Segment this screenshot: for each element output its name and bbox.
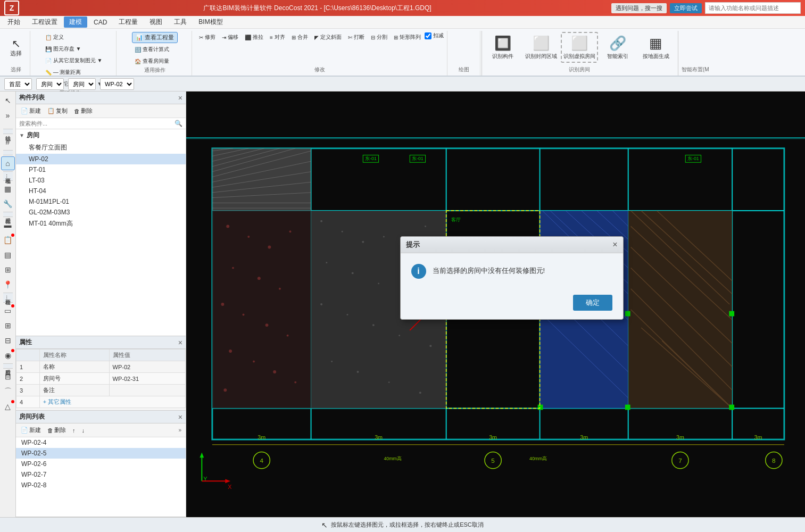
menu-view[interactable]: 视图 [144,16,168,28]
generate-floor-button[interactable]: ▦ 按地面生成 [637,32,675,63]
table-row: 2 房间号 WP-02-31 [16,373,186,385]
nav-door-icon[interactable]: ⊟ [1,370,15,384]
save-element-button[interactable]: 💾 图元存盘 ▼ [43,44,84,54]
more-options-btn[interactable]: » [177,427,182,434]
help-button[interactable]: 遇到问题，搜一搜 [611,3,667,13]
new-component-button[interactable]: 📄 新建 [19,106,43,115]
nav-floor-icon[interactable]: ▦ [1,182,15,196]
nav-axis-icon[interactable]: # [1,135,15,149]
smart-index-icon: 🔗 [609,35,626,52]
component-panel-close[interactable]: × [178,94,182,102]
room-item-1[interactable]: WP-02-4 [16,437,186,448]
nav-more-btn[interactable]: » [1,109,15,122]
check-room-qty-button[interactable]: 🏠 查看房间量 [132,56,172,66]
nav-arc-icon[interactable]: ⌒ [1,385,15,398]
code-select[interactable]: WP-02 [100,78,134,90]
deduct-input[interactable] [425,32,431,39]
menu-bim[interactable]: BIM模型 [193,16,228,28]
properties-close[interactable]: × [178,338,182,347]
trim-button[interactable]: ✂ 修剪 [196,32,218,43]
new-room-button[interactable]: 📄 新建 [19,426,43,435]
measure-distance-button[interactable]: 📏 — 测量距离 [43,67,84,78]
array-button[interactable]: ⊞ 矩形阵列 [391,32,424,43]
menu-start[interactable]: 开始 [2,16,26,28]
move-up-button[interactable]: ↑ [71,427,77,434]
select-button[interactable]: ↖ 选择 [5,32,27,64]
define-button[interactable]: 📋 定义 [43,32,67,43]
nav-ceiling-label[interactable]: 天棚工程 [3,212,13,217]
room-item-3[interactable]: WP-02-6 [16,459,186,469]
tree-item-ht04[interactable]: HT-04 [16,186,186,196]
tree-item-mt01[interactable]: MT-01 40mm高 [16,218,186,230]
nav-axis-label[interactable]: 轴线 [3,129,13,134]
split-button[interactable]: ⊟ 分割 [368,32,390,43]
move-down-button[interactable]: ↓ [80,427,87,434]
push-pull-button[interactable]: ⬛ 推拉 [242,32,266,43]
define-slope-button[interactable]: ◤ 定义斜面 [312,32,344,43]
nav-room-icon[interactable]: ⌂ [1,156,15,170]
break-button[interactable]: ✄ 打断 [345,32,367,43]
nav-location-icon[interactable]: 📍 [1,278,15,292]
deduct-checkbox[interactable]: 扣减 [425,32,444,39]
nav-floor-label[interactable]: 楼地面... [3,171,13,181]
cad-canvas-area[interactable]: 3m 3m 3m 3m 3m 3m 4 5 7 8 [186,92,805,517]
level-select[interactable]: 首层 [4,78,32,90]
dialog-close-button[interactable]: × [612,240,617,250]
component-search-input[interactable] [19,120,175,127]
copy-from-layer-button[interactable]: 📄 从其它层复制图元 ▼ [43,55,105,66]
tree-item-wp02[interactable]: WP-02 [16,154,186,164]
svg-point-30 [425,226,426,227]
dialog-ok-button[interactable]: 确定 [573,295,612,311]
copy-component-btn[interactable]: 📋 复制 [46,106,69,115]
check-formula-button[interactable]: 🔢 查看计算式 [132,44,172,55]
prop-value-1[interactable]: WP-02 [109,361,185,373]
nav-grid2-icon[interactable]: ⊟ [1,334,15,347]
identify-closed-button[interactable]: ⬜ 识别封闭区域 [522,32,560,63]
merge-button[interactable]: ⊞ 合并 [289,32,311,43]
align-button[interactable]: ≡ 对齐 [267,32,288,43]
tree-item-gl02[interactable]: GL-02M-03M3 [16,207,186,218]
tree-category-room[interactable]: ▼ 房间 [16,129,186,142]
tree-item-pt01[interactable]: PT-01 [16,164,186,175]
room-item-5[interactable]: WP-02-8 [16,480,186,491]
nav-dot-icon[interactable]: ◉ [1,348,15,362]
menu-quantities[interactable]: 工程量 [113,16,143,28]
menu-modeling[interactable]: 建模 [64,16,87,28]
nav-wall-label[interactable]: 墙柱面... [3,293,13,302]
type-select1[interactable]: 房间 [36,78,64,90]
menu-tools[interactable]: 工具 [169,16,192,28]
smart-index-button[interactable]: 🔗 智能索引 [599,32,636,63]
prop-value-3[interactable] [109,385,185,396]
offset-button[interactable]: ⇥ 偏移 [219,32,241,43]
delete-component-btn[interactable]: 🗑 删除 [72,106,94,115]
nav-tool4[interactable]: ⊞ [1,263,15,277]
nav-room-label[interactable]: 房间 [3,150,13,155]
prop-value-2[interactable]: WP-02-31 [109,373,185,385]
other-attributes-link[interactable]: + 其它属性 [39,396,185,408]
identify-component-button[interactable]: 🔲 识别构件 [484,32,521,63]
nav-ceiling-icon[interactable]: ▬ [1,218,15,232]
tree-item-lt03[interactable]: LT-03 [16,175,186,186]
room-item-4[interactable]: WP-02-7 [16,469,186,480]
room-item-2[interactable]: WP-02-5 [16,448,186,459]
tree-item-m01[interactable]: M-01M1PL-01 [16,196,186,207]
menu-project-settings[interactable]: 工程设置 [27,16,63,28]
nav-wall-icon[interactable]: ▭ [1,304,15,318]
identify-virtual-button[interactable]: ⬜ 识别虚拟房间 [561,32,598,63]
check-quantities-button[interactable]: 📊 查看工程量 [132,32,178,43]
svg-point-28 [383,236,385,237]
menu-cad[interactable]: CAD [88,18,112,27]
nav-angle-icon[interactable]: △ [1,400,15,413]
function-search-input[interactable] [705,2,801,14]
nav-tool2[interactable]: 📋 [1,233,15,247]
tree-item-dining[interactable]: 客餐厅立面图 [16,142,186,154]
nav-grid-icon[interactable]: ⊞ [1,319,15,332]
nav-select-btn[interactable]: ↖ [1,94,15,107]
nav-tool1[interactable]: 🔧 [1,197,15,211]
nav-tool3[interactable]: ▤ [1,248,15,262]
type-select2[interactable]: 房间 [68,78,96,90]
delete-room-button[interactable]: 🗑 删除 [46,426,68,435]
try-button[interactable]: 立即尝试 [670,3,702,13]
room-list-close[interactable]: × [178,413,182,421]
nav-door-label[interactable]: 门窗工程 [3,363,13,369]
